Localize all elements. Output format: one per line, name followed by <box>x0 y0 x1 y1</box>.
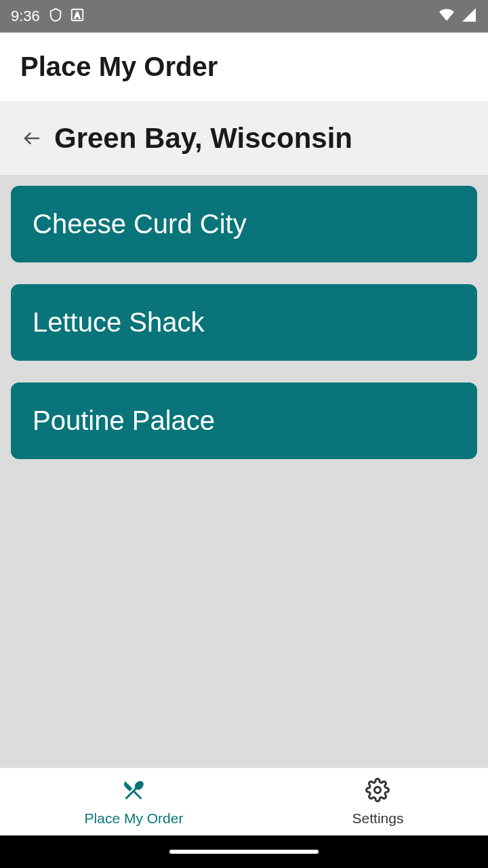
restaurant-card-lettuce-shack[interactable]: Lettuce Shack <box>11 284 477 361</box>
shield-icon <box>48 7 63 25</box>
svg-point-3 <box>375 787 381 793</box>
page-title: Place My Order <box>20 52 468 82</box>
restaurant-list: Cheese Curd City Lettuce Shack Poutine P… <box>0 175 488 768</box>
restaurant-card-cheese-curd-city[interactable]: Cheese Curd City <box>11 186 477 262</box>
restaurant-name: Poutine Palace <box>33 406 215 435</box>
nav-item-order[interactable]: Place My Order <box>85 778 184 827</box>
cellular-icon <box>461 7 477 26</box>
restaurant-name: Cheese Curd City <box>33 209 247 239</box>
location-title: Green Bay, Wisconsin <box>54 122 352 155</box>
restaurant-icon <box>121 778 146 805</box>
app-header: Place My Order <box>0 33 488 102</box>
status-right <box>438 6 477 26</box>
status-icons-left: A <box>48 7 85 25</box>
restaurant-name: Lettuce Shack <box>33 307 205 337</box>
wifi-icon <box>438 6 455 26</box>
svg-text:A: A <box>75 11 80 20</box>
restaurant-card-poutine-palace[interactable]: Poutine Palace <box>11 382 477 459</box>
status-left: 9:36 A <box>11 7 85 25</box>
nav-pill[interactable] <box>169 850 319 854</box>
back-arrow-icon[interactable] <box>22 128 42 149</box>
a-badge-icon: A <box>70 7 85 25</box>
location-header: Green Bay, Wisconsin <box>0 102 488 175</box>
gear-icon <box>365 778 390 805</box>
nav-label-order: Place My Order <box>85 810 184 827</box>
nav-item-settings[interactable]: Settings <box>352 778 404 827</box>
system-nav <box>0 835 488 868</box>
nav-label-settings: Settings <box>352 810 404 827</box>
status-bar: 9:36 A <box>0 0 488 33</box>
bottom-nav: Place My Order Settings <box>0 768 488 835</box>
status-time: 9:36 <box>11 7 40 25</box>
